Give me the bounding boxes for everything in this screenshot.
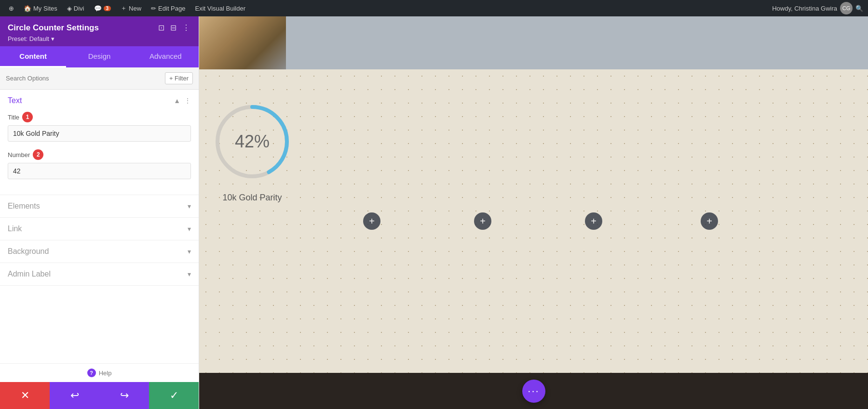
number-label-text: Number: [8, 151, 30, 158]
canvas-top: [199, 16, 868, 69]
divi-label: Divi: [74, 5, 84, 12]
circle-svg-container: 42%: [209, 98, 296, 185]
add-column-button-1[interactable]: +: [363, 212, 380, 230]
avatar[interactable]: CG: [840, 2, 853, 14]
background-section-title: Background: [8, 247, 49, 256]
my-sites-menu[interactable]: 🏠 My Sites: [20, 0, 61, 16]
number-input[interactable]: [8, 163, 191, 179]
edit-page-label: Edit Page: [158, 5, 185, 12]
more-options-icon[interactable]: ⋮: [181, 22, 191, 33]
link-section-title: Link: [8, 224, 22, 233]
home-icon: 🏠: [24, 5, 31, 12]
new-content-menu[interactable]: ＋ New: [117, 0, 145, 16]
new-label: New: [129, 5, 141, 12]
howdy-text: Howdy, Christina Gwira: [772, 5, 837, 12]
panel-content: Text ▲ ⋮ Title 1: [0, 90, 199, 363]
title-field-label: Title 1: [8, 112, 191, 122]
text-section-header[interactable]: Text ▲ ⋮: [0, 90, 199, 112]
cancel-icon: ✕: [21, 389, 29, 402]
title-field-row: Title 1: [8, 112, 191, 142]
elements-section-header[interactable]: Elements ▾: [0, 195, 199, 217]
filter-button[interactable]: + Filter: [165, 72, 193, 84]
undo-icon: ↩: [70, 389, 79, 402]
redo-button[interactable]: ↪: [99, 382, 149, 409]
title-badge: 1: [22, 112, 33, 122]
add-column-button-2[interactable]: +: [474, 212, 491, 230]
link-section-header[interactable]: Link ▾: [0, 218, 199, 240]
undo-button[interactable]: ↩: [50, 382, 99, 409]
search-icon[interactable]: 🔍: [855, 5, 863, 12]
title-input[interactable]: [8, 125, 191, 142]
filter-label: + Filter: [169, 75, 189, 82]
save-button[interactable]: ✓: [149, 382, 199, 409]
canvas-area: 42% 10k Gold Parity + + + + ···: [199, 16, 868, 409]
collapse-icon[interactable]: ▲: [174, 97, 180, 105]
save-icon: ✓: [170, 389, 178, 402]
chevron-down-icon: ▾: [51, 35, 54, 42]
link-expand-icon[interactable]: ▾: [188, 225, 191, 233]
comments-menu[interactable]: 💬 3: [90, 0, 115, 16]
cancel-button[interactable]: ✕: [0, 382, 50, 409]
canvas-footer: ···: [199, 373, 868, 409]
help-button[interactable]: ? Help: [0, 363, 199, 382]
help-label: Help: [99, 369, 112, 377]
elements-section: Elements ▾: [0, 195, 199, 218]
wp-icon: ⊕: [9, 5, 14, 12]
options-dots-icon: ···: [528, 385, 539, 397]
wp-logo[interactable]: ⊕: [5, 0, 18, 16]
layout-icon[interactable]: ⊟: [169, 22, 177, 33]
admin-label-section-header[interactable]: Admin Label ▾: [0, 263, 199, 285]
add-column-button-3[interactable]: +: [585, 212, 602, 230]
canvas-main: 42% 10k Gold Parity + + + +: [199, 69, 868, 373]
background-section: Background ▾: [0, 240, 199, 263]
panel-title: Circle Counter Settings: [8, 23, 99, 33]
tab-design[interactable]: Design: [66, 46, 132, 67]
comments-icon: 💬: [94, 5, 102, 12]
add-column-button-4[interactable]: +: [701, 212, 718, 230]
exit-builder-button[interactable]: Exit Visual Builder: [191, 0, 249, 16]
text-section-content: Title 1 Number 2: [0, 112, 199, 195]
window-icon[interactable]: ⊡: [157, 22, 165, 33]
more-icon[interactable]: ⋮: [184, 97, 191, 105]
tab-content[interactable]: Content: [0, 46, 66, 67]
divi-menu[interactable]: ◈ Divi: [63, 0, 88, 16]
panel-header-icons: ⊡ ⊟ ⋮: [157, 22, 191, 33]
wp-admin-bar: ⊕ 🏠 My Sites ◈ Divi 💬 3 ＋ New ✏ Edit Pag…: [0, 0, 868, 16]
top-image: [199, 16, 286, 69]
elements-expand-icon[interactable]: ▾: [188, 202, 191, 210]
panel-search: + Filter: [0, 67, 199, 90]
title-label-text: Title: [8, 114, 19, 121]
text-section-title: Text: [8, 96, 22, 105]
settings-panel: Circle Counter Settings ⊡ ⊟ ⋮ Preset: De…: [0, 16, 199, 409]
comments-count: 3: [104, 6, 111, 11]
pencil-icon: ✏: [151, 5, 156, 12]
panel-header: Circle Counter Settings ⊡ ⊟ ⋮ Preset: De…: [0, 16, 199, 46]
help-icon: ?: [87, 369, 96, 377]
preset-label: Preset: Default: [8, 35, 49, 42]
admin-label-section: Admin Label ▾: [0, 263, 199, 286]
redo-icon: ↪: [120, 389, 129, 402]
admin-label-section-title: Admin Label: [8, 270, 51, 278]
circle-label: 10k Gold Parity: [222, 193, 282, 203]
panel-tabs: Content Design Advanced: [0, 46, 199, 67]
admin-label-expand-icon[interactable]: ▾: [188, 270, 191, 278]
edit-page-link[interactable]: ✏ Edit Page: [147, 0, 189, 16]
circle-counter-widget: 42% 10k Gold Parity: [209, 98, 296, 203]
text-section-icons: ▲ ⋮: [174, 97, 191, 105]
elements-section-title: Elements: [8, 202, 40, 211]
tab-advanced[interactable]: Advanced: [133, 46, 199, 67]
panel-footer: ✕ ↩ ↪ ✓: [0, 382, 199, 409]
plus-icon: ＋: [121, 4, 127, 13]
preset-selector[interactable]: Preset: Default ▾: [8, 35, 191, 42]
background-expand-icon[interactable]: ▾: [188, 248, 191, 255]
search-input[interactable]: [6, 75, 161, 82]
number-field-row: Number 2: [8, 149, 191, 179]
divi-options-button[interactable]: ···: [522, 380, 545, 403]
my-sites-label: My Sites: [33, 5, 57, 12]
exit-builder-label: Exit Visual Builder: [195, 5, 245, 12]
divi-icon: ◈: [67, 5, 72, 12]
text-section: Text ▲ ⋮ Title 1: [0, 90, 199, 195]
background-section-header[interactable]: Background ▾: [0, 240, 199, 263]
circle-value: 42%: [235, 132, 270, 152]
number-field-label: Number 2: [8, 149, 191, 160]
